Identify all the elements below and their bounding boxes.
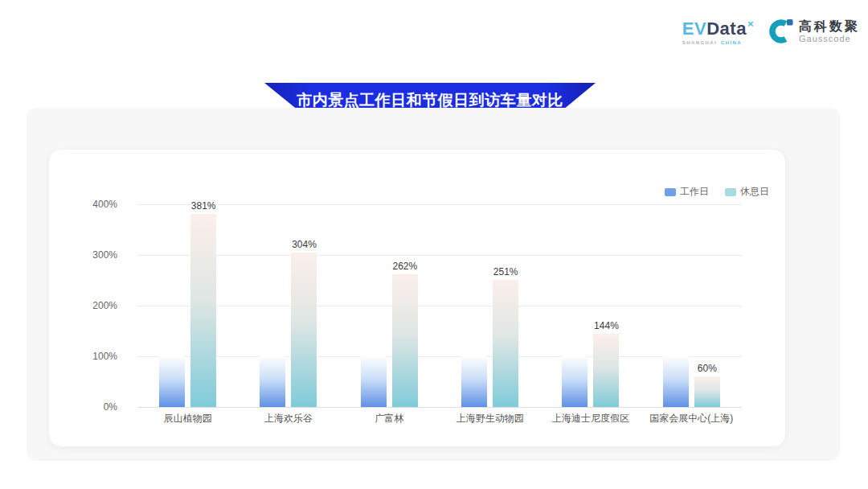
evdata-subtitle-china: CHINA xyxy=(721,40,742,45)
y-tick-label: 0% xyxy=(104,401,117,413)
legend-label: 休息日 xyxy=(740,185,769,199)
bar-group: 304% xyxy=(260,253,317,407)
evdata-logo: EVData× SHANGHAI CHINA xyxy=(682,18,754,45)
gausscode-name-en: Gausscode xyxy=(799,34,860,43)
category-band: 144% xyxy=(540,214,641,407)
category-band: 60% xyxy=(641,214,742,407)
evdata-ev: EV xyxy=(682,18,706,39)
evdata-x-icon: × xyxy=(747,18,754,30)
bar-wrap xyxy=(663,356,689,407)
bars-row: 381%304%262%251%144%60% xyxy=(137,214,742,407)
plot-area: 381%304%262%251%144%60% xyxy=(137,204,742,407)
legend-swatch xyxy=(665,188,676,196)
header-logos: EVData× SHANGHAI CHINA 高科数聚 Gausscode xyxy=(682,18,860,45)
bar-group: 262% xyxy=(361,274,418,407)
bar-value-label: 381% xyxy=(191,200,216,212)
x-category-label: 辰山植物园 xyxy=(137,412,238,425)
evdata-wordmark: EVData× xyxy=(682,18,754,38)
bar-休息日[interactable] xyxy=(392,274,418,407)
evdata-subtitle-shanghai: SHANGHAI xyxy=(682,40,717,45)
bar-value-label: 144% xyxy=(594,320,619,331)
bar-wrap: 251% xyxy=(493,280,518,407)
bar-休息日[interactable] xyxy=(190,214,216,407)
outer-panel: 工作日休息日 400%300%200%100%0% 381%304%262%25… xyxy=(27,108,840,461)
bar-工作日[interactable] xyxy=(159,356,185,407)
x-category-label: 广富林 xyxy=(339,412,440,425)
gausscode-g-icon xyxy=(768,18,794,45)
bar-wrap xyxy=(461,356,487,407)
bar-wrap: 60% xyxy=(694,376,720,407)
bar-休息日[interactable] xyxy=(593,334,619,407)
x-category-label: 上海欢乐谷 xyxy=(238,412,338,425)
category-band: 251% xyxy=(440,214,540,407)
bar-group: 381% xyxy=(159,214,216,407)
x-category-label: 国家会展中心(上海) xyxy=(641,412,742,425)
bar-休息日[interactable] xyxy=(291,253,317,407)
bar-wrap: 144% xyxy=(593,334,619,407)
bar-value-label: 251% xyxy=(493,266,518,277)
bar-value-label: 262% xyxy=(392,261,417,272)
chart-card: 工作日休息日 400%300%200%100%0% 381%304%262%25… xyxy=(48,149,786,447)
category-band: 262% xyxy=(339,214,440,407)
bar-工作日[interactable] xyxy=(461,356,487,407)
bar-group: 251% xyxy=(461,280,518,407)
bar-工作日[interactable] xyxy=(663,356,689,407)
gausscode-name-cn: 高科数聚 xyxy=(799,19,860,34)
y-tick-label: 100% xyxy=(92,351,117,362)
gausscode-text: 高科数聚 Gausscode xyxy=(799,19,860,43)
bar-value-label: 60% xyxy=(698,363,717,374)
bar-工作日[interactable] xyxy=(260,356,285,407)
bar-wrap xyxy=(562,356,588,407)
bar-工作日[interactable] xyxy=(361,356,387,407)
bar-wrap xyxy=(159,356,185,407)
x-category-label: 上海迪士尼度假区 xyxy=(540,412,641,425)
bar-工作日[interactable] xyxy=(562,356,588,407)
category-band: 304% xyxy=(238,214,338,407)
bar-wrap xyxy=(260,356,285,407)
bar-value-label: 304% xyxy=(292,239,317,250)
bar-wrap: 262% xyxy=(392,274,418,407)
bar-休息日[interactable] xyxy=(694,376,720,407)
evdata-data: Data xyxy=(706,18,747,39)
bar-group: 144% xyxy=(562,334,619,407)
y-tick-label: 300% xyxy=(92,249,117,261)
bar-wrap xyxy=(361,356,387,407)
y-tick-label: 200% xyxy=(92,300,117,311)
legend-item[interactable]: 休息日 xyxy=(725,185,769,199)
x-axis-line xyxy=(137,407,742,408)
category-band: 381% xyxy=(137,214,238,407)
y-tick-label: 400% xyxy=(92,199,117,210)
chart-legend: 工作日休息日 xyxy=(665,185,769,199)
evdata-subtitle: SHANGHAI CHINA xyxy=(682,40,754,45)
gausscode-logo: 高科数聚 Gausscode xyxy=(768,18,860,45)
legend-label: 工作日 xyxy=(680,185,709,199)
bar-group: 60% xyxy=(663,356,720,407)
bar-wrap: 304% xyxy=(291,253,317,407)
legend-item[interactable]: 工作日 xyxy=(665,185,709,199)
y-axis-labels: 400%300%200%100%0% xyxy=(49,204,117,407)
legend-swatch xyxy=(725,188,736,196)
bar-休息日[interactable] xyxy=(493,280,518,407)
x-axis-labels: 辰山植物园上海欢乐谷广富林上海野生动物园上海迪士尼度假区国家会展中心(上海) xyxy=(137,412,742,425)
bar-wrap: 381% xyxy=(190,214,216,407)
x-category-label: 上海野生动物园 xyxy=(440,412,540,425)
gridline xyxy=(137,204,742,205)
